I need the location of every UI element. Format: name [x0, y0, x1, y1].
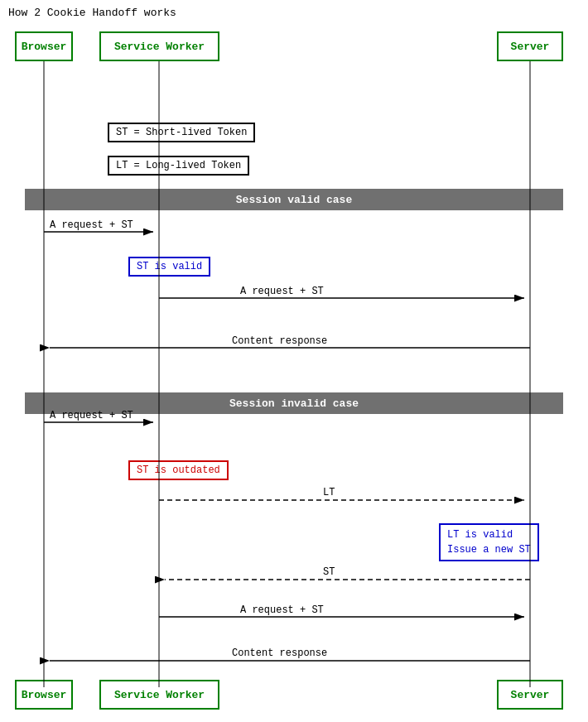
msg-st: ST — [323, 566, 335, 578]
actor-server-top: Server — [497, 31, 563, 61]
msg-req-st-1: A request + ST — [50, 219, 133, 231]
st-definition: ST = Short-lived Token — [108, 123, 255, 142]
lt-valid-note: LT is valid Issue a new ST — [439, 523, 539, 561]
actor-browser-top: Browser — [15, 31, 73, 61]
st-valid-note: ST is valid — [128, 257, 210, 277]
msg-req-st-4: A request + ST — [240, 604, 324, 616]
section-valid: Session valid case — [25, 189, 563, 210]
msg-lt: LT — [323, 487, 335, 498]
msg-content-1: Content response — [232, 335, 327, 347]
actor-sw-bottom: Service Worker — [99, 680, 219, 710]
st-outdated-note: ST is outdated — [128, 460, 229, 480]
page-title: How 2 Cookie Handoff works — [8, 7, 176, 19]
msg-content-2: Content response — [232, 647, 327, 659]
lt-definition: LT = Long-lived Token — [108, 156, 249, 176]
msg-req-st-2: A request + ST — [240, 286, 324, 297]
msg-req-st-3: A request + ST — [50, 410, 133, 421]
actor-server-bottom: Server — [497, 680, 563, 710]
actor-browser-bottom: Browser — [15, 680, 73, 710]
actor-sw-top: Service Worker — [99, 31, 219, 61]
